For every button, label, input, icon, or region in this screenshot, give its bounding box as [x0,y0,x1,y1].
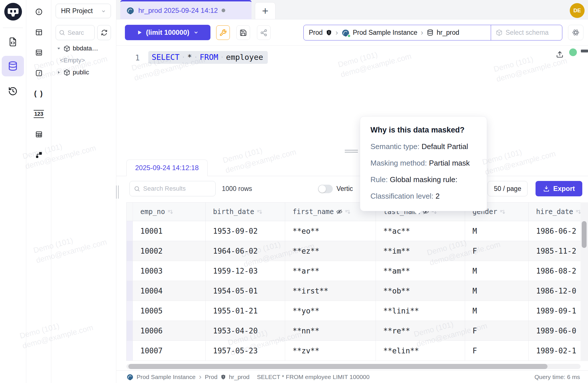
sequences-button[interactable]: 123 [32,107,46,121]
table-row[interactable]: 100041954-05-01**irst****ob**M1986-12-0 [127,281,581,301]
cell-emp_no[interactable]: 10001 [133,221,206,241]
functions-button[interactable]: f [32,66,46,80]
caret-right-icon[interactable] [56,70,61,74]
page-size-selector[interactable]: 50 / page [488,181,528,196]
sort-icon[interactable] [167,209,173,215]
save-button[interactable] [236,25,250,40]
sidebar-search[interactable] [56,25,95,40]
schema-selector[interactable]: Select schema [491,25,553,40]
sort-icon[interactable] [575,209,581,215]
cell-birth_date[interactable]: 1953-04-20 [206,321,285,341]
cell-hire_date[interactable]: 1986-12-0 [529,281,581,301]
tree-item-empty[interactable]: <Empty> [51,54,116,66]
rail-history-button[interactable] [2,81,24,101]
table-vertical-scrollbar[interactable] [581,202,588,361]
cell-hire_date[interactable]: 1985-11-2 [529,241,581,261]
cell-first_name[interactable]: **eo** [285,221,376,241]
result-search-input[interactable] [143,185,209,192]
cell-emp_no[interactable]: 10007 [133,341,206,360]
tree-item-public[interactable]: public [51,66,116,78]
sort-icon[interactable] [257,209,263,215]
eye-off-icon[interactable] [336,209,342,215]
upload-icon[interactable] [556,51,563,58]
cell-emp_no[interactable]: 10004 [133,281,206,301]
views-button[interactable] [32,127,46,141]
cell-gender[interactable]: F [465,321,529,341]
sidebar-resize-handle[interactable] [116,186,119,199]
share-button[interactable] [257,25,271,40]
ai-assistant-button[interactable] [568,25,583,40]
cell-emp_no[interactable]: 10006 [133,321,206,341]
vertical-scrollbar-thumb[interactable] [582,221,587,248]
run-query-button[interactable]: (limit 100000) [125,25,210,40]
cell-hire_date[interactable]: 1986-06-2 [529,221,581,241]
cell-gender[interactable]: M [465,261,529,281]
editor-scrollbar-thumb[interactable] [581,50,588,52]
sort-icon[interactable] [345,209,351,215]
chevron-down-icon[interactable] [193,29,199,36]
info-button[interactable] [32,5,46,19]
sort-icon[interactable] [500,209,506,215]
new-tab-button[interactable]: + [255,2,275,19]
cell-gender[interactable]: M [465,281,529,301]
sidebar-search-input[interactable] [68,29,93,36]
cell-first_name[interactable]: **zv** [285,341,376,360]
cell-last_name[interactable]: **re** [376,321,465,341]
cell-first_name[interactable]: **yo** [285,301,376,321]
cell-birth_date[interactable]: 1955-01-21 [206,301,285,321]
tree-item-bbdata[interactable]: bbdata… [51,42,116,54]
connection-path[interactable]: Prod › Prod Sample Instance › hr_prod [304,25,491,40]
cell-hire_date[interactable]: 1986-08-2 [529,261,581,281]
procedures-button[interactable]: ( ) [32,87,46,100]
table-row[interactable]: 100071957-05-23**zv****elin**F1989-02-1 [127,341,581,361]
sql-code-line[interactable]: SELECT·*·FROM·employee [148,51,268,64]
cell-emp_no[interactable]: 10003 [133,261,206,281]
cell-last_name[interactable]: **lini** [376,301,465,321]
cell-last_name[interactable]: **ob** [376,281,465,301]
rail-database-button[interactable] [2,56,24,76]
cell-last_name[interactable]: **im** [376,241,465,261]
cell-emp_no[interactable]: 10002 [133,241,206,261]
tables-button[interactable] [32,25,46,39]
result-tab[interactable]: 2025-09-24 14:12:18 [126,160,208,176]
refresh-button[interactable] [97,25,111,40]
vertical-mode-toggle[interactable] [318,185,333,193]
cell-first_name[interactable]: **ez** [285,241,376,261]
rail-worksheet-button[interactable] [2,32,24,52]
er-diagram-button[interactable] [32,46,46,59]
table-row[interactable]: 100011953-09-02**eo****ac**M1986-06-2 [127,221,581,241]
cell-first_name[interactable]: **irst** [285,281,376,301]
bytebase-logo[interactable] [4,3,22,21]
avatar[interactable]: DE [570,3,585,18]
project-selector[interactable]: HR Project [56,4,111,18]
cell-gender[interactable]: M [465,301,529,321]
table-row[interactable]: 100031959-12-03**ar****am**M1986-08-2 [127,261,581,281]
export-button[interactable]: Export [536,181,582,196]
cell-last_name[interactable]: **am** [376,261,465,281]
table-row[interactable]: 100021964-06-02**ez****im**F1985-11-2 [127,241,581,261]
table-row[interactable]: 100061953-04-20**nn****re**F1989-06-0 [127,321,581,341]
cell-birth_date[interactable]: 1953-09-02 [206,221,285,241]
result-search[interactable] [129,181,216,196]
caret-down-icon[interactable] [56,46,61,50]
dependency-button[interactable] [32,148,46,162]
horizontal-scrollbar-thumb[interactable] [128,364,548,369]
cell-gender[interactable]: F [465,341,529,360]
cell-gender[interactable]: F [465,241,529,261]
panel-resize-handle[interactable] [345,150,358,152]
cell-birth_date[interactable]: 1964-06-02 [206,241,285,261]
cell-birth_date[interactable]: 1959-12-03 [206,261,285,281]
cell-last_name[interactable]: **ac** [376,221,465,241]
cell-hire_date[interactable]: 1989-06-0 [529,321,581,341]
cell-first_name[interactable]: **nn** [285,321,376,341]
table-horizontal-scrollbar[interactable] [126,364,581,369]
sql-editor-surface[interactable]: 1 SELECT·*·FROM·employee [116,46,588,150]
cell-hire_date[interactable]: 1989-02-1 [529,341,581,360]
cell-emp_no[interactable]: 10005 [133,301,206,321]
worksheet-tab-active[interactable]: hr_prod 2025-09-24 14:12 [120,0,252,19]
column-header-birth_date[interactable]: birth_date [206,203,285,221]
cell-first_name[interactable]: **ar** [285,261,376,281]
table-row[interactable]: 100051955-01-21**yo****lini**M1989-09-1 [127,301,581,321]
column-header-emp_no[interactable]: emp_no [133,203,206,221]
cell-birth_date[interactable]: 1954-05-01 [206,281,285,301]
